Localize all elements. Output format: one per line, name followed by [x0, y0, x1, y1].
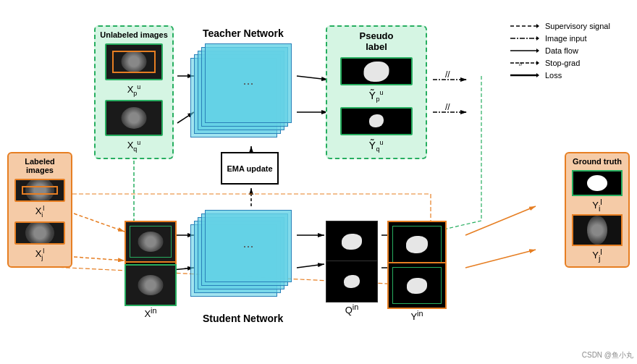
- legend-supervisory-label: Supervisory signal: [545, 22, 610, 30]
- svg-marker-36: [536, 36, 539, 41]
- yj-label: Yjl: [592, 247, 602, 263]
- xi-label: Xil: [35, 205, 45, 219]
- svg-line-19: [297, 264, 324, 268]
- svg-line-5: [74, 257, 125, 261]
- svg-line-4: [74, 213, 125, 232]
- yq-label: Ỹqu: [369, 139, 383, 153]
- gt-thumb-yi: [572, 170, 623, 196]
- legend-supervisory: Supervisory signal: [510, 22, 630, 30]
- svg-marker-34: [536, 24, 539, 28]
- ground-truth-title: Ground truth: [573, 157, 622, 166]
- svg-text://: //: [519, 61, 523, 67]
- xq-label: Xqu: [127, 139, 141, 153]
- svg-line-8: [297, 76, 328, 80]
- ema-box: EMA update: [221, 152, 279, 185]
- svg-marker-41: [536, 61, 539, 65]
- legend-loss-label: Loss: [545, 71, 562, 80]
- svg-line-22: [465, 206, 536, 235]
- legend-loss: Loss: [510, 71, 630, 80]
- legend-stop-grad: // Stop-grad: [510, 59, 630, 67]
- teacher-network-label: Teacher Network: [203, 27, 284, 39]
- mri-thumb-xi: [14, 179, 65, 202]
- legend-stop-grad-label: Stop-grad: [545, 59, 580, 67]
- legend-data-flow-label: Data flow: [545, 46, 578, 55]
- student-network-label: Student Network: [203, 313, 283, 324]
- ema-label: EMA update: [227, 164, 272, 173]
- y-in-region: Yin: [387, 262, 447, 322]
- labeled-images-box: Labeled images Xil Xjl: [7, 152, 72, 268]
- diagram-container: // // Labeled images: [0, 0, 637, 364]
- svg-text://: //: [445, 69, 450, 80]
- xin-region: Xin: [125, 264, 177, 319]
- svg-marker-43: [536, 73, 539, 77]
- legend-data-flow: Data flow: [510, 46, 630, 55]
- unlabeled-images-box: Unlabeled images Xpu Xqu: [94, 25, 174, 159]
- legend-image-input-label: Image input: [545, 34, 586, 43]
- svg-line-23: [465, 250, 536, 268]
- q-in-region: Qin: [326, 261, 378, 316]
- img-thumb-xp: [105, 43, 163, 80]
- watermark: CSDN @鱼小丸: [582, 350, 633, 360]
- yp-label: Ỹpu: [369, 89, 383, 103]
- student-network-stack: ···: [190, 210, 292, 304]
- yi-label: Yil: [592, 198, 602, 213]
- legend-box: Supervisory signal Image input Data flow…: [507, 18, 633, 87]
- labeled-images-title: Labeled images: [12, 157, 67, 174]
- xp-label: Xpu: [127, 83, 141, 97]
- img-thumb-xq: [105, 100, 163, 137]
- pseudo-label-title: Pseudolabel: [360, 30, 394, 52]
- xj-label: Xjl: [35, 247, 45, 261]
- svg-marker-38: [536, 48, 539, 53]
- unlabeled-title: Unlabeled images: [100, 30, 168, 39]
- gt-thumb-yj: [572, 214, 623, 246]
- mri-thumb-xj: [14, 221, 65, 245]
- ground-truth-box: Ground truth Yil Yjl: [565, 152, 630, 268]
- teacher-network-stack: ···: [190, 43, 292, 148]
- pseudo-thumb-yq: [340, 107, 413, 135]
- legend-image-input: Image input: [510, 34, 630, 43]
- svg-text://: //: [445, 102, 450, 112]
- pseudo-thumb-yp: [340, 57, 413, 85]
- pseudo-label-box: Pseudolabel Ỹpu Ỹqu: [326, 25, 427, 159]
